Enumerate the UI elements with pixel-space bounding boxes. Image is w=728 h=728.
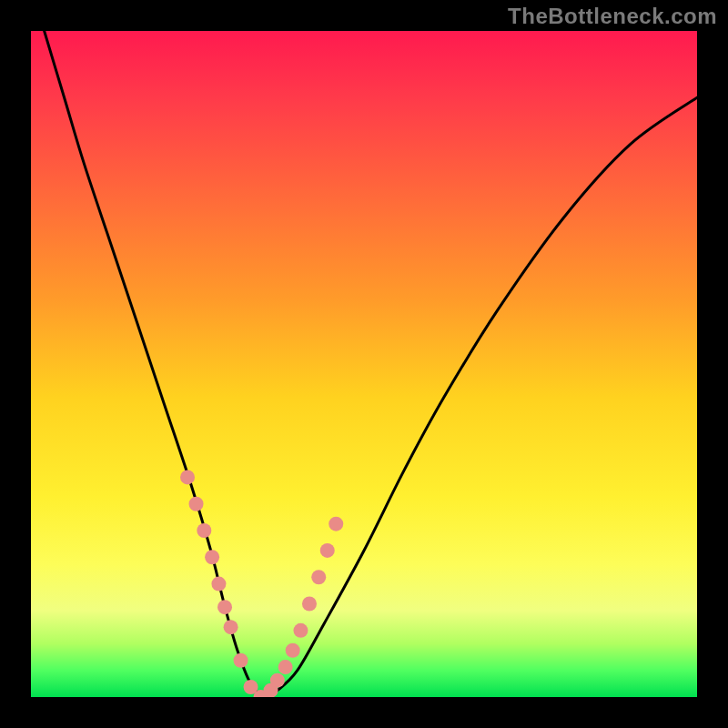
highlight-dot <box>270 673 285 688</box>
curve-layer <box>31 31 697 697</box>
highlight-dot <box>180 470 195 484</box>
highlight-dot <box>224 620 238 634</box>
highlight-dot <box>205 550 219 564</box>
highlight-dot <box>234 653 248 668</box>
highlight-dot <box>302 597 317 612</box>
highlight-dot <box>320 543 335 558</box>
plot-area <box>31 31 697 697</box>
highlight-dot <box>293 623 308 638</box>
chart-container: TheBottleneck.com <box>0 0 728 728</box>
highlight-dots <box>180 470 343 697</box>
highlight-dot <box>217 600 232 614</box>
bottleneck-curve <box>45 31 697 697</box>
highlight-dot <box>311 570 326 584</box>
highlight-dot <box>197 523 211 538</box>
highlight-dot <box>286 643 300 658</box>
watermark-text: TheBottleneck.com <box>508 4 717 29</box>
highlight-dot <box>329 517 343 531</box>
highlight-dot <box>278 660 293 674</box>
highlight-dot <box>189 497 204 511</box>
highlight-dot <box>211 577 226 592</box>
